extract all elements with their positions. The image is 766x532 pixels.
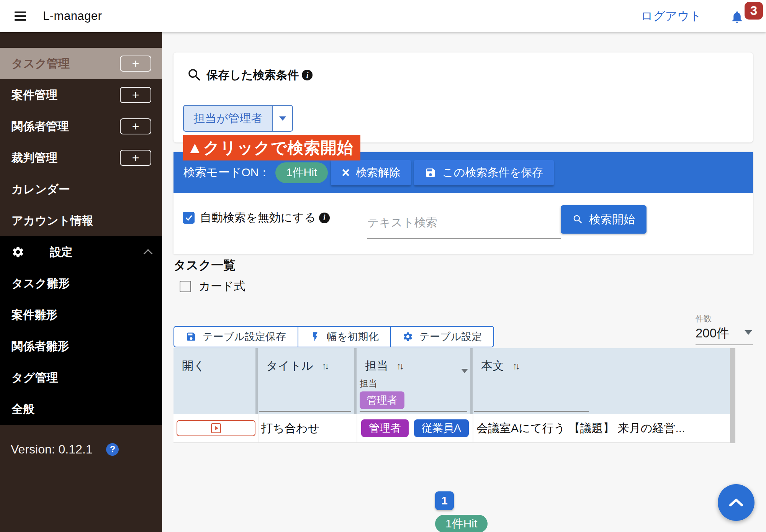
add-case-button[interactable]: + [120, 87, 151, 103]
task-list-title: タスク一覧 [173, 257, 753, 274]
saved-condition-button[interactable]: 担当が管理者 [183, 105, 272, 132]
save-search-condition-button[interactable]: この検索条件を保存 [414, 160, 554, 185]
column-header-title: タイトル ↑↓ [258, 348, 357, 414]
table-header-row: 開く タイトル ↑↓ 担当 ↑↓ 担当 管理者 [173, 348, 735, 414]
notification-badge: 3 [745, 2, 763, 20]
add-task-button[interactable]: + [120, 56, 151, 72]
sidebar-item-tag-management[interactable]: タグ管理 [0, 362, 162, 393]
open-task-icon [211, 423, 221, 433]
chevron-up-icon [143, 249, 152, 258]
dropdown-arrow-icon [745, 330, 752, 339]
hit-count-chip: 1件Hit [275, 162, 328, 183]
info-icon[interactable]: i [319, 213, 330, 223]
sidebar-item-task-template[interactable]: タスク雛形 [0, 268, 162, 299]
plus-icon: + [132, 88, 139, 102]
cell-open [173, 414, 258, 442]
open-task-button[interactable] [177, 420, 255, 436]
pagination: 1 1件Hit [435, 491, 488, 532]
dropdown-arrow-icon [461, 369, 468, 376]
assignee-filter-chip[interactable]: 管理者 [360, 391, 404, 409]
notifications-button[interactable]: 3 [728, 0, 763, 32]
search-icon [572, 214, 584, 225]
task-table: 開く タイトル ↑↓ 担当 ↑↓ 担当 管理者 [173, 348, 735, 443]
reset-width-label: 幅を初期化 [327, 330, 379, 344]
row-count-select[interactable]: 件数 200件 [696, 313, 753, 345]
assignee-chip-employee: 従業員A [414, 419, 469, 437]
cell-body: 会議室Aにて行う 【議題】 来月の経営... [473, 414, 735, 442]
gear-icon [11, 246, 25, 259]
column-header-open: 開く [173, 348, 258, 414]
assignee-chip-admin: 管理者 [361, 419, 409, 437]
sidebar-top-padding [0, 32, 162, 48]
search-mode-label: 検索モードON： [183, 165, 270, 180]
saved-condition-dropdown-button[interactable] [272, 105, 293, 132]
saved-search-title: 保存した検索条件 [206, 67, 299, 83]
tutorial-banner: ▲クリックで検索開始 [183, 135, 360, 160]
chevron-up-icon [729, 498, 743, 507]
cell-assignees: 管理者 従業員A [357, 414, 473, 442]
sidebar-item-calendar[interactable]: カレンダー [0, 174, 162, 205]
saved-search-card: 保存した検索条件 i 担当が管理者 [173, 52, 753, 142]
plus-icon: + [132, 119, 139, 134]
scroll-to-top-button[interactable] [718, 484, 755, 521]
table-row: 打ち合わせ 管理者 従業員A 会議室Aにて行う 【議題】 来月の経営... [173, 414, 735, 443]
sidebar-settings-section: 設定 タスク雛形 案件雛形 関係者雛形 タグ管理 全般 [0, 236, 162, 425]
text-search-field [367, 207, 561, 239]
save-table-settings-button[interactable]: テーブル設定保存 [174, 327, 298, 347]
version-label: Version: 0.12.1 [11, 442, 92, 457]
table-controls-row: テーブル設定保存 幅を初期化 テーブル設定 件数 200件 [173, 313, 753, 347]
saved-condition-split-button: 担当が管理者 [183, 105, 293, 132]
sidebar-item-settings[interactable]: 設定 [0, 236, 162, 268]
sidebar-item-party-management[interactable]: 関係者管理 + [0, 111, 162, 142]
add-trial-button[interactable]: + [120, 150, 151, 166]
disable-auto-search-checkbox-row[interactable]: 自動検索を無効にする i [183, 210, 330, 226]
column-header-assignee: 担当 ↑↓ 担当 管理者 [357, 348, 473, 414]
bell-icon [730, 10, 744, 24]
plus-icon: + [132, 151, 139, 165]
add-party-button[interactable]: + [120, 118, 151, 134]
title-filter-input[interactable] [259, 411, 351, 412]
sidebar-item-party-template[interactable]: 関係者雛形 [0, 331, 162, 362]
disable-auto-search-label: 自動検索を無効にする [200, 210, 316, 226]
sidebar-item-task-management[interactable]: タスク管理 + [0, 48, 162, 79]
sort-icon[interactable]: ↑↓ [396, 360, 402, 372]
body-filter-input[interactable] [474, 411, 589, 412]
sort-icon[interactable]: ↑↓ [512, 360, 518, 372]
app-title: L-manager [43, 9, 102, 23]
help-icon[interactable]: ? [106, 443, 119, 456]
logout-link[interactable]: ログアウト [641, 8, 702, 24]
sidebar: タスク管理 + 案件管理 + 関係者管理 + 裁判管理 + カレンダー アカウン… [0, 32, 162, 532]
top-app-bar: L-manager ログアウト 3 [0, 0, 766, 32]
table-settings-label: テーブル設定 [419, 330, 482, 344]
table-settings-button[interactable]: テーブル設定 [390, 327, 494, 347]
checkbox-checked-icon[interactable] [183, 212, 195, 224]
sidebar-item-account-info[interactable]: アカウント情報 [0, 205, 162, 236]
card-view-checkbox-row[interactable]: カード式 [180, 278, 753, 294]
sidebar-item-trial-management[interactable]: 裁判管理 + [0, 142, 162, 174]
auto-search-row: 自動検索を無効にする i 検索開始 [173, 193, 753, 254]
start-search-button[interactable]: 検索開始 [561, 205, 647, 234]
sort-icon[interactable]: ↑↓ [322, 360, 327, 372]
assignee-filter-select[interactable]: 担当 管理者 [360, 378, 467, 412]
row-count-label: 件数 [696, 313, 753, 324]
table-scrollbar[interactable] [730, 348, 735, 443]
info-icon[interactable]: i [302, 70, 313, 80]
version-row: Version: 0.12.1 ? [0, 442, 162, 457]
page-1-button[interactable]: 1 [435, 491, 454, 510]
save-icon [186, 331, 196, 342]
sidebar-item-case-management[interactable]: 案件管理 + [0, 79, 162, 111]
checkbox-unchecked-icon[interactable] [180, 281, 191, 292]
menu-icon[interactable] [15, 11, 26, 21]
save-table-settings-label: テーブル設定保存 [203, 330, 286, 344]
text-search-input[interactable] [367, 207, 561, 238]
start-search-label: 検索開始 [589, 212, 635, 228]
saved-search-header: 保存した検索条件 i [173, 52, 753, 83]
save-search-condition-label: この検索条件を保存 [442, 165, 543, 180]
save-icon [425, 167, 436, 178]
main-content: 保存した検索条件 i 担当が管理者 ▲クリックで検索開始 検索モードON： 1件… [162, 32, 766, 532]
sidebar-item-general[interactable]: 全般 [0, 393, 162, 425]
close-icon: × [342, 166, 350, 180]
sidebar-item-case-template[interactable]: 案件雛形 [0, 299, 162, 331]
reset-width-button[interactable]: 幅を初期化 [298, 327, 390, 347]
clear-search-button[interactable]: × 検索解除 [331, 160, 411, 185]
